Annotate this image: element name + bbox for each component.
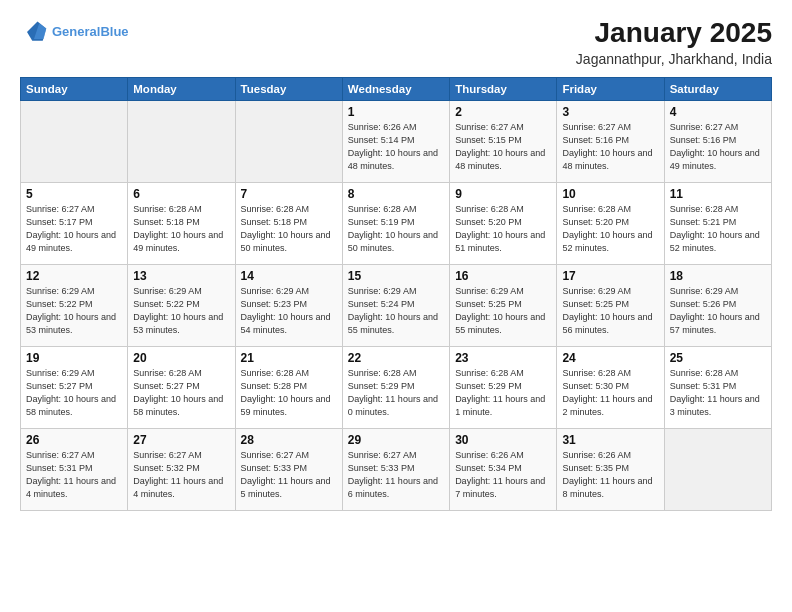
day-info: Sunrise: 6:27 AMSunset: 5:33 PMDaylight:… [241, 449, 337, 501]
subtitle: Jagannathpur, Jharkhand, India [576, 51, 772, 67]
calendar-cell: 9Sunrise: 6:28 AMSunset: 5:20 PMDaylight… [450, 182, 557, 264]
day-info: Sunrise: 6:26 AMSunset: 5:14 PMDaylight:… [348, 121, 444, 173]
calendar-body: 1Sunrise: 6:26 AMSunset: 5:14 PMDaylight… [21, 100, 772, 510]
day-info: Sunrise: 6:27 AMSunset: 5:31 PMDaylight:… [26, 449, 122, 501]
day-number: 5 [26, 187, 122, 201]
calendar-cell: 19Sunrise: 6:29 AMSunset: 5:27 PMDayligh… [21, 346, 128, 428]
col-monday: Monday [128, 77, 235, 100]
day-info: Sunrise: 6:27 AMSunset: 5:17 PMDaylight:… [26, 203, 122, 255]
col-tuesday: Tuesday [235, 77, 342, 100]
day-number: 1 [348, 105, 444, 119]
main-title: January 2025 [576, 18, 772, 49]
calendar-cell [235, 100, 342, 182]
day-number: 8 [348, 187, 444, 201]
day-number: 16 [455, 269, 551, 283]
day-number: 6 [133, 187, 229, 201]
day-info: Sunrise: 6:29 AMSunset: 5:22 PMDaylight:… [26, 285, 122, 337]
calendar-week-1: 1Sunrise: 6:26 AMSunset: 5:14 PMDaylight… [21, 100, 772, 182]
day-number: 14 [241, 269, 337, 283]
calendar-cell: 12Sunrise: 6:29 AMSunset: 5:22 PMDayligh… [21, 264, 128, 346]
day-info: Sunrise: 6:29 AMSunset: 5:26 PMDaylight:… [670, 285, 766, 337]
day-info: Sunrise: 6:27 AMSunset: 5:16 PMDaylight:… [670, 121, 766, 173]
day-number: 22 [348, 351, 444, 365]
header: GeneralBlue January 2025 Jagannathpur, J… [20, 18, 772, 67]
calendar-cell: 18Sunrise: 6:29 AMSunset: 5:26 PMDayligh… [664, 264, 771, 346]
day-info: Sunrise: 6:28 AMSunset: 5:20 PMDaylight:… [562, 203, 658, 255]
day-number: 29 [348, 433, 444, 447]
day-info: Sunrise: 6:29 AMSunset: 5:25 PMDaylight:… [562, 285, 658, 337]
day-info: Sunrise: 6:27 AMSunset: 5:32 PMDaylight:… [133, 449, 229, 501]
title-block: January 2025 Jagannathpur, Jharkhand, In… [576, 18, 772, 67]
calendar-cell: 21Sunrise: 6:28 AMSunset: 5:28 PMDayligh… [235, 346, 342, 428]
day-number: 31 [562, 433, 658, 447]
day-number: 26 [26, 433, 122, 447]
calendar-cell: 20Sunrise: 6:28 AMSunset: 5:27 PMDayligh… [128, 346, 235, 428]
col-thursday: Thursday [450, 77, 557, 100]
calendar-cell: 11Sunrise: 6:28 AMSunset: 5:21 PMDayligh… [664, 182, 771, 264]
calendar-cell: 7Sunrise: 6:28 AMSunset: 5:18 PMDaylight… [235, 182, 342, 264]
day-info: Sunrise: 6:27 AMSunset: 5:15 PMDaylight:… [455, 121, 551, 173]
day-number: 30 [455, 433, 551, 447]
calendar-cell: 14Sunrise: 6:29 AMSunset: 5:23 PMDayligh… [235, 264, 342, 346]
day-number: 12 [26, 269, 122, 283]
day-info: Sunrise: 6:28 AMSunset: 5:28 PMDaylight:… [241, 367, 337, 419]
calendar-cell: 1Sunrise: 6:26 AMSunset: 5:14 PMDaylight… [342, 100, 449, 182]
calendar-week-3: 12Sunrise: 6:29 AMSunset: 5:22 PMDayligh… [21, 264, 772, 346]
day-number: 20 [133, 351, 229, 365]
day-info: Sunrise: 6:29 AMSunset: 5:25 PMDaylight:… [455, 285, 551, 337]
day-number: 15 [348, 269, 444, 283]
calendar-cell: 30Sunrise: 6:26 AMSunset: 5:34 PMDayligh… [450, 428, 557, 510]
day-info: Sunrise: 6:28 AMSunset: 5:20 PMDaylight:… [455, 203, 551, 255]
day-number: 19 [26, 351, 122, 365]
day-number: 23 [455, 351, 551, 365]
col-friday: Friday [557, 77, 664, 100]
col-wednesday: Wednesday [342, 77, 449, 100]
calendar-header: Sunday Monday Tuesday Wednesday Thursday… [21, 77, 772, 100]
calendar-week-4: 19Sunrise: 6:29 AMSunset: 5:27 PMDayligh… [21, 346, 772, 428]
day-info: Sunrise: 6:29 AMSunset: 5:22 PMDaylight:… [133, 285, 229, 337]
day-info: Sunrise: 6:28 AMSunset: 5:27 PMDaylight:… [133, 367, 229, 419]
calendar-cell: 24Sunrise: 6:28 AMSunset: 5:30 PMDayligh… [557, 346, 664, 428]
day-info: Sunrise: 6:29 AMSunset: 5:24 PMDaylight:… [348, 285, 444, 337]
day-number: 27 [133, 433, 229, 447]
day-info: Sunrise: 6:29 AMSunset: 5:27 PMDaylight:… [26, 367, 122, 419]
day-number: 24 [562, 351, 658, 365]
day-number: 7 [241, 187, 337, 201]
calendar-cell: 15Sunrise: 6:29 AMSunset: 5:24 PMDayligh… [342, 264, 449, 346]
day-info: Sunrise: 6:28 AMSunset: 5:29 PMDaylight:… [348, 367, 444, 419]
header-row: Sunday Monday Tuesday Wednesday Thursday… [21, 77, 772, 100]
calendar-cell: 13Sunrise: 6:29 AMSunset: 5:22 PMDayligh… [128, 264, 235, 346]
calendar-cell: 6Sunrise: 6:28 AMSunset: 5:18 PMDaylight… [128, 182, 235, 264]
day-number: 21 [241, 351, 337, 365]
logo-icon [20, 18, 48, 46]
day-info: Sunrise: 6:26 AMSunset: 5:34 PMDaylight:… [455, 449, 551, 501]
calendar-cell: 29Sunrise: 6:27 AMSunset: 5:33 PMDayligh… [342, 428, 449, 510]
day-info: Sunrise: 6:28 AMSunset: 5:19 PMDaylight:… [348, 203, 444, 255]
calendar-cell [128, 100, 235, 182]
calendar-cell: 28Sunrise: 6:27 AMSunset: 5:33 PMDayligh… [235, 428, 342, 510]
col-saturday: Saturday [664, 77, 771, 100]
day-info: Sunrise: 6:28 AMSunset: 5:31 PMDaylight:… [670, 367, 766, 419]
day-number: 28 [241, 433, 337, 447]
logo-text: GeneralBlue [52, 24, 129, 40]
calendar-cell: 2Sunrise: 6:27 AMSunset: 5:15 PMDaylight… [450, 100, 557, 182]
calendar-cell: 25Sunrise: 6:28 AMSunset: 5:31 PMDayligh… [664, 346, 771, 428]
calendar-cell [664, 428, 771, 510]
calendar-cell: 3Sunrise: 6:27 AMSunset: 5:16 PMDaylight… [557, 100, 664, 182]
day-info: Sunrise: 6:29 AMSunset: 5:23 PMDaylight:… [241, 285, 337, 337]
col-sunday: Sunday [21, 77, 128, 100]
day-number: 11 [670, 187, 766, 201]
calendar-cell: 31Sunrise: 6:26 AMSunset: 5:35 PMDayligh… [557, 428, 664, 510]
calendar-cell: 16Sunrise: 6:29 AMSunset: 5:25 PMDayligh… [450, 264, 557, 346]
day-info: Sunrise: 6:28 AMSunset: 5:30 PMDaylight:… [562, 367, 658, 419]
calendar-cell: 5Sunrise: 6:27 AMSunset: 5:17 PMDaylight… [21, 182, 128, 264]
page: GeneralBlue January 2025 Jagannathpur, J… [0, 0, 792, 612]
logo-line2: Blue [100, 24, 128, 39]
calendar-table: Sunday Monday Tuesday Wednesday Thursday… [20, 77, 772, 511]
calendar-week-2: 5Sunrise: 6:27 AMSunset: 5:17 PMDaylight… [21, 182, 772, 264]
calendar-cell: 10Sunrise: 6:28 AMSunset: 5:20 PMDayligh… [557, 182, 664, 264]
calendar-week-5: 26Sunrise: 6:27 AMSunset: 5:31 PMDayligh… [21, 428, 772, 510]
calendar-cell [21, 100, 128, 182]
logo-line1: General [52, 24, 100, 39]
day-number: 2 [455, 105, 551, 119]
